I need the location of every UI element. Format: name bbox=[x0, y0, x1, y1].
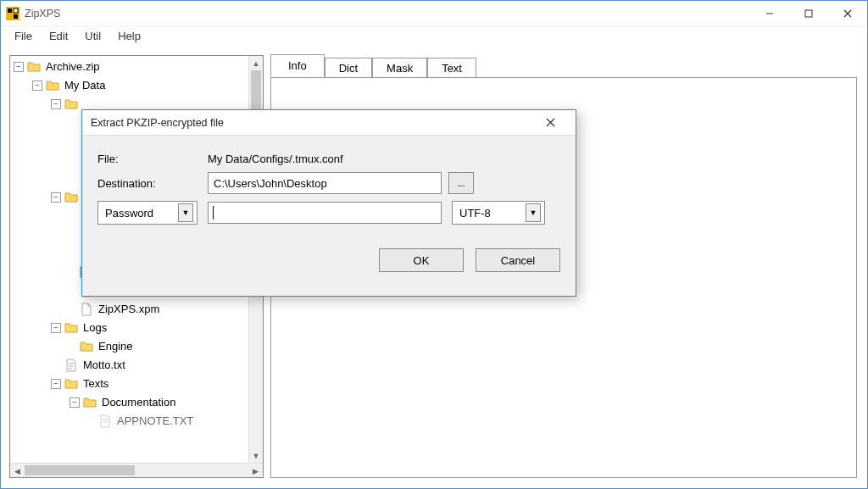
menu-edit[interactable]: Edit bbox=[41, 27, 76, 45]
folder-icon bbox=[83, 396, 97, 409]
scroll-up-icon[interactable]: ▲ bbox=[249, 56, 263, 70]
file-value: My Data/Configs/.tmux.conf bbox=[208, 153, 343, 165]
folder-icon bbox=[80, 340, 93, 353]
dialog-titlebar[interactable]: Extract PKZIP-encrypted file bbox=[82, 110, 576, 136]
tree-item-motto[interactable]: Motto.txt bbox=[14, 356, 263, 375]
ok-button[interactable]: OK bbox=[379, 248, 464, 272]
collapse-icon[interactable]: − bbox=[51, 192, 61, 203]
tabstrip: Info Dict Mask Text bbox=[270, 55, 857, 77]
scroll-thumb[interactable] bbox=[25, 465, 135, 475]
dialog-title: Extract PKZIP-encrypted file bbox=[91, 117, 224, 129]
dialog-close-button[interactable] bbox=[533, 110, 567, 136]
close-button[interactable] bbox=[828, 1, 867, 26]
folder-icon bbox=[27, 60, 41, 74]
collapse-icon[interactable]: − bbox=[51, 379, 61, 389]
menubar: File Edit Util Help bbox=[1, 26, 867, 47]
text-file-icon bbox=[64, 358, 78, 372]
window-title: ZipXPS bbox=[25, 8, 60, 19]
menu-util[interactable]: Util bbox=[76, 27, 109, 45]
dialog-row-destination: Destination: ... bbox=[97, 172, 560, 194]
tab-dict[interactable]: Dict bbox=[325, 58, 372, 78]
dialog-row-file: File: My Data/Configs/.tmux.conf bbox=[97, 153, 560, 165]
destination-input[interactable] bbox=[208, 172, 442, 194]
titlebar: ZipXPS bbox=[1, 1, 867, 26]
cancel-button[interactable]: Cancel bbox=[476, 248, 560, 272]
tree-item-appnote[interactable]: APPNOTE.TXT bbox=[14, 412, 263, 431]
app-icon bbox=[6, 7, 19, 20]
minimize-button[interactable] bbox=[750, 1, 789, 26]
folder-icon bbox=[64, 191, 78, 204]
tab-info[interactable]: Info bbox=[270, 54, 325, 77]
tab-text[interactable]: Text bbox=[427, 58, 476, 78]
svg-rect-1 bbox=[8, 8, 12, 13]
collapse-icon[interactable]: − bbox=[70, 397, 80, 408]
tree-item-mydata[interactable]: − My Data bbox=[14, 76, 263, 95]
file-label: File: bbox=[97, 153, 208, 165]
auth-mode-value: Password bbox=[105, 207, 153, 219]
horizontal-scrollbar[interactable]: ◀ ▶ bbox=[10, 463, 263, 477]
file-icon bbox=[80, 303, 93, 316]
collapse-icon[interactable]: − bbox=[51, 99, 61, 109]
encoding-select[interactable]: UTF-8 ▼ bbox=[452, 201, 545, 225]
encoding-value: UTF-8 bbox=[459, 207, 491, 219]
folder-icon bbox=[64, 377, 78, 391]
tree-item-zipxpsxpm[interactable]: ZipXPS.xpm bbox=[14, 300, 263, 319]
menu-help[interactable]: Help bbox=[109, 27, 149, 45]
destination-label: Destination: bbox=[97, 177, 208, 190]
folder-icon bbox=[64, 97, 78, 111]
tree-item-texts[interactable]: − Texts bbox=[14, 375, 263, 393]
tab-mask[interactable]: Mask bbox=[372, 58, 427, 78]
scroll-right-icon[interactable]: ▶ bbox=[248, 464, 263, 478]
collapse-icon[interactable]: − bbox=[51, 323, 61, 333]
folder-icon bbox=[64, 321, 78, 335]
folder-icon bbox=[46, 79, 59, 92]
dialog-row-password: Password ▼ UTF-8 ▼ bbox=[97, 201, 560, 225]
svg-rect-5 bbox=[805, 10, 812, 17]
tree-item-engine[interactable]: Engine bbox=[14, 337, 263, 356]
svg-rect-3 bbox=[14, 8, 18, 13]
tree-item-logs[interactable]: − Logs bbox=[14, 319, 263, 337]
auth-mode-select[interactable]: Password ▼ bbox=[97, 201, 198, 225]
password-input[interactable] bbox=[208, 202, 442, 224]
chevron-down-icon: ▼ bbox=[178, 203, 193, 222]
menu-file[interactable]: File bbox=[6, 27, 41, 45]
svg-rect-2 bbox=[14, 14, 18, 19]
browse-button[interactable]: ... bbox=[448, 172, 474, 194]
collapse-icon[interactable]: − bbox=[32, 81, 42, 91]
text-file-icon bbox=[98, 414, 112, 428]
tree-item-archive[interactable]: − Archive.zip bbox=[14, 58, 263, 76]
extract-dialog: Extract PKZIP-encrypted file File: My Da… bbox=[81, 109, 576, 297]
chevron-down-icon: ▼ bbox=[526, 203, 541, 222]
scroll-left-icon[interactable]: ◀ bbox=[10, 464, 25, 478]
tree-item-documentation[interactable]: − Documentation bbox=[14, 393, 263, 412]
text-caret bbox=[213, 206, 214, 219]
collapse-icon[interactable]: − bbox=[14, 62, 24, 72]
scroll-down-icon[interactable]: ▼ bbox=[249, 448, 263, 463]
maximize-button[interactable] bbox=[789, 1, 828, 26]
